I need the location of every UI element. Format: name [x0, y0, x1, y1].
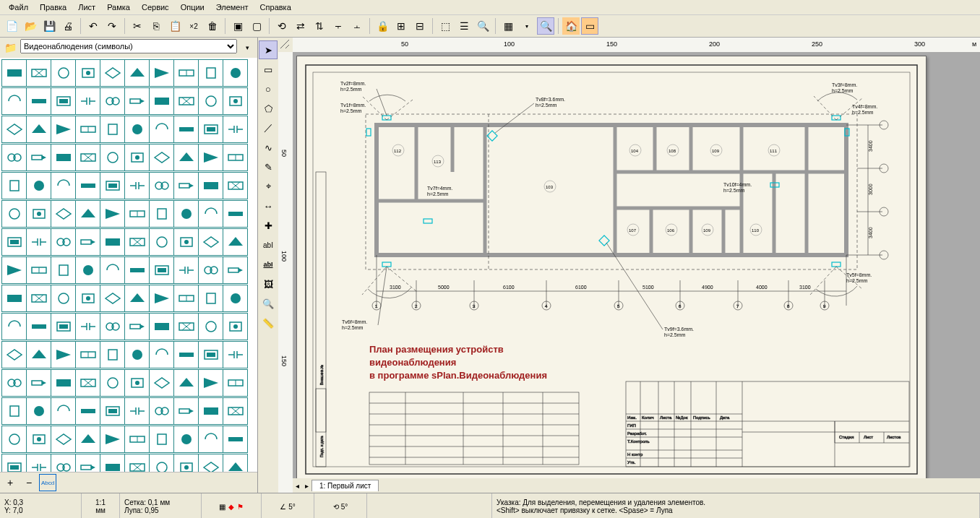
symbol-cell[interactable] — [198, 228, 223, 256]
symbol-cell[interactable] — [198, 285, 223, 312]
symbol-cell[interactable] — [124, 426, 150, 453]
front-icon[interactable]: ▣ — [229, 17, 246, 35]
open-icon[interactable]: 📂 — [22, 17, 39, 35]
symbol-cell[interactable] — [75, 200, 100, 228]
symbol-cell[interactable] — [1, 313, 27, 340]
menu-element[interactable]: Элемент — [210, 1, 254, 13]
list-icon[interactable]: ☰ — [455, 17, 473, 35]
paste-icon[interactable]: 📋 — [166, 17, 184, 35]
symbol-cell[interactable] — [173, 454, 199, 472]
library-select[interactable]: Видеонаблюдения (символы) — [20, 39, 237, 53]
symbol-cell[interactable] — [26, 369, 51, 397]
pointer-tool-icon[interactable]: ➤ — [259, 40, 278, 59]
symbol-cell[interactable] — [198, 172, 223, 199]
symbol-cell[interactable] — [51, 313, 76, 340]
symbol-cell[interactable] — [149, 341, 174, 368]
menu-options[interactable]: Опции — [175, 1, 210, 13]
symbol-cell[interactable] — [26, 341, 51, 368]
symbol-cell[interactable] — [26, 256, 51, 284]
symbol-cell[interactable] — [124, 228, 150, 256]
magnify-tool-icon[interactable]: 🔍 — [259, 294, 278, 313]
symbol-cell[interactable] — [124, 397, 150, 425]
symbol-cell[interactable] — [198, 426, 223, 453]
symbol-cell[interactable] — [26, 228, 51, 256]
palette-label-icon[interactable]: Abcd — [39, 474, 56, 491]
symbol-cell[interactable] — [75, 369, 100, 397]
symbol-cell[interactable] — [198, 200, 223, 228]
back-icon[interactable]: ▢ — [248, 17, 265, 35]
symbol-cell[interactable] — [124, 116, 150, 143]
symbol-cell[interactable] — [198, 256, 223, 284]
symbol-cell[interactable] — [1, 397, 27, 425]
point-tool-icon[interactable]: ✚ — [259, 216, 278, 235]
symbol-cell[interactable] — [124, 87, 150, 115]
symbol-cell[interactable] — [75, 256, 100, 284]
symbol-cell[interactable] — [149, 313, 174, 340]
symbol-cell[interactable] — [75, 87, 100, 115]
palette-del-icon[interactable]: − — [20, 474, 38, 491]
symbol-cell[interactable] — [173, 256, 199, 284]
viewport[interactable]: 112 113 103 104 108 109 111 107 106 109 … — [293, 52, 980, 478]
symbol-cell[interactable] — [100, 200, 125, 228]
sheet-tab[interactable]: 1: Первый лист — [311, 480, 379, 491]
symbol-cell[interactable] — [100, 341, 125, 368]
symbol-cell[interactable] — [75, 397, 100, 425]
snap-grid-icon[interactable]: ▦ — [219, 503, 225, 511]
symbol-cell[interactable] — [198, 369, 223, 397]
symbol-cell[interactable] — [223, 341, 248, 368]
angle-icon[interactable]: ∠ — [280, 503, 286, 511]
dimension-tool-icon[interactable]: ↔ — [259, 197, 278, 215]
symbol-cell[interactable] — [75, 172, 100, 199]
symbol-cell[interactable] — [51, 116, 76, 143]
measure-tool-icon[interactable]: 📏 — [259, 314, 278, 332]
symbol-cell[interactable] — [223, 313, 248, 340]
menu-edit[interactable]: Правка — [34, 1, 72, 13]
symbol-cell[interactable] — [149, 87, 174, 115]
symbol-cell[interactable] — [51, 87, 76, 115]
symbol-cell[interactable] — [149, 59, 174, 87]
symbol-cell[interactable] — [124, 369, 150, 397]
symbol-cell[interactable] — [26, 454, 51, 472]
symbol-cell[interactable] — [1, 116, 27, 143]
symbol-cell[interactable] — [149, 369, 174, 397]
symbol-cell[interactable] — [1, 200, 27, 228]
symbol-cell[interactable] — [100, 59, 125, 87]
symbol-cell[interactable] — [1, 228, 27, 256]
symbol-cell[interactable] — [75, 313, 100, 340]
symbol-cell[interactable] — [149, 397, 174, 425]
symbol-cell[interactable] — [124, 341, 150, 368]
symbol-cell[interactable] — [1, 144, 27, 171]
symbol-cell[interactable] — [198, 341, 223, 368]
cut-icon[interactable]: ✂ — [129, 17, 146, 35]
symbol-cell[interactable] — [198, 313, 223, 340]
symbol-cell[interactable] — [1, 59, 27, 87]
symbol-cell[interactable] — [100, 426, 125, 453]
print-icon[interactable]: 🖨 — [59, 17, 77, 35]
label-tool-icon[interactable]: abI — [259, 255, 278, 274]
drawing-paper[interactable]: 112 113 103 104 108 109 111 107 106 109 … — [296, 56, 927, 478]
symbol-cell[interactable] — [75, 285, 100, 312]
symbol-cell[interactable] — [51, 59, 76, 87]
symbol-cell[interactable] — [75, 59, 100, 87]
symbol-cell[interactable] — [1, 341, 27, 368]
symbol-cell[interactable] — [100, 116, 125, 143]
symbol-cell[interactable] — [100, 313, 125, 340]
symbol-cell[interactable] — [100, 285, 125, 312]
symbol-cell[interactable] — [223, 397, 248, 425]
symbol-cell[interactable] — [100, 397, 125, 425]
symbol-cell[interactable] — [223, 426, 248, 453]
symbol-cell[interactable] — [173, 144, 199, 171]
symbol-cell[interactable] — [173, 116, 199, 143]
symbol-cell[interactable] — [75, 228, 100, 256]
symbol-cell[interactable] — [51, 228, 76, 256]
symbol-cell[interactable] — [100, 369, 125, 397]
redo-icon[interactable]: ↷ — [103, 17, 121, 35]
symbol-cell[interactable] — [100, 256, 125, 284]
menu-file[interactable]: Файл — [3, 1, 34, 13]
symbol-palette[interactable] — [0, 58, 257, 472]
text-tool-icon[interactable]: abI — [259, 236, 278, 254]
symbol-cell[interactable] — [51, 369, 76, 397]
symbol-cell[interactable] — [51, 285, 76, 312]
symbol-cell[interactable] — [198, 59, 223, 87]
symbol-cell[interactable] — [51, 341, 76, 368]
